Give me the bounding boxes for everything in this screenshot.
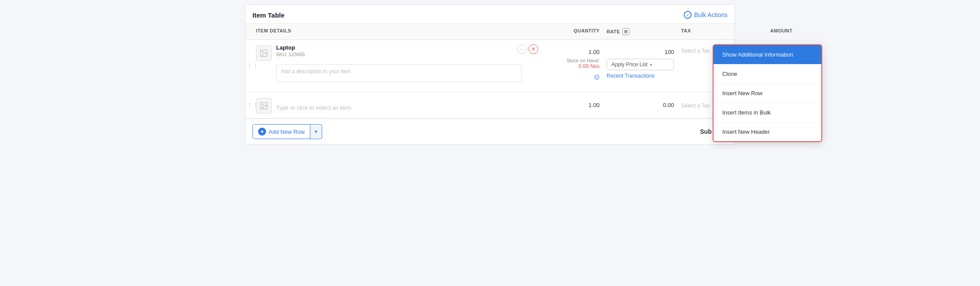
row-drag-handle[interactable]: ⋮⋮	[246, 62, 259, 69]
apply-price-list-button[interactable]: Apply Price List ▾	[607, 59, 674, 70]
quantity-value-2: 1.00	[589, 102, 600, 108]
recent-transactions-link[interactable]: Recent Transactions	[607, 73, 674, 79]
item-name[interactable]: Laptop	[276, 44, 513, 51]
bulk-actions-label: Bulk Actions	[694, 11, 728, 18]
col-actions	[796, 24, 818, 39]
col-tax: TAX	[678, 24, 730, 39]
item-table-container: Item Table ✓ Bulk Actions ITEM DETAILS Q…	[245, 4, 735, 145]
col-item-details: ITEM DETAILS	[252, 24, 542, 39]
col-quantity: QUANTITY	[542, 24, 603, 39]
rate-info-icon[interactable]: ⊞	[622, 28, 629, 35]
quantity-value[interactable]: 1.00	[589, 43, 600, 55]
col-rate: RATE ⊞	[603, 24, 678, 39]
col-amount: AMOUNT	[730, 24, 796, 39]
item-details-cell: Laptop SKU: 123455 ··· ✕ Add a descripti…	[252, 40, 542, 86]
expand-icon[interactable]: ⊙	[594, 73, 600, 81]
table-row: ⋮⋮ Type or click to select an item. 1.00…	[245, 92, 735, 118]
stock-value: 0.00 Nos	[579, 63, 600, 69]
context-menu-insert-new-row[interactable]: Insert New Row	[714, 84, 821, 103]
stock-label: Stock on Hand:	[567, 58, 600, 63]
row-drag-handle[interactable]: ⋮⋮	[246, 102, 259, 109]
context-menu-show-additional-info[interactable]: Show Additional Information	[714, 45, 821, 64]
add-new-row-button[interactable]: + Add New Row ▾	[252, 124, 322, 139]
item-placeholder-text[interactable]: Type or click to select an item.	[276, 99, 352, 111]
row-menu-area: ··· ✕ Show Additional Information Clone …	[796, 40, 818, 54]
rate-cell-2[interactable]: 0.00	[603, 97, 678, 114]
rate-value[interactable]: 100	[607, 43, 674, 55]
rate-value-2: 0.00	[663, 102, 674, 108]
plus-icon: +	[258, 128, 266, 136]
apply-price-list-label: Apply Price List	[611, 61, 648, 68]
context-menu-clone[interactable]: Clone	[714, 64, 821, 84]
add-new-row-chevron[interactable]: ▾	[310, 125, 322, 138]
add-new-row-main[interactable]: + Add New Row	[253, 125, 310, 139]
table-footer: + Add New Row ▾ Sub Total	[245, 118, 735, 144]
context-menu: Show Additional Information Clone Insert…	[713, 44, 822, 142]
bulk-actions-button[interactable]: ✓ Bulk Actions	[684, 11, 728, 19]
qty-cell-2[interactable]: 1.00	[542, 97, 603, 114]
context-menu-insert-new-header[interactable]: Insert New Header	[714, 122, 821, 141]
item-image	[256, 45, 272, 61]
item-sku: SKU: 123455	[276, 52, 513, 57]
column-headers: ITEM DETAILS QUANTITY RATE ⊞ TAX AMOUNT	[245, 24, 735, 40]
table-row: ⋮⋮ Laptop SKU: 123455 ··· ✕	[245, 40, 735, 92]
svg-point-3	[262, 104, 263, 105]
item-action-buttons: ··· ✕	[517, 44, 538, 54]
add-new-row-label: Add New Row	[269, 129, 305, 135]
item-info: Laptop SKU: 123455	[276, 44, 513, 57]
table-title: Item Table	[252, 11, 284, 19]
rate-cell: 100 Apply Price List ▾ Recent Transactio…	[603, 40, 678, 82]
svg-point-1	[262, 51, 263, 53]
quantity-cell: 1.00 Stock on Hand: 0.00 Nos ⊙	[542, 40, 603, 85]
item-description-input[interactable]: Add a description to your item	[276, 64, 522, 82]
bulk-actions-check-icon: ✓	[684, 11, 692, 19]
apply-price-chevron-icon: ▾	[650, 62, 652, 67]
rate-label: RATE	[607, 29, 620, 34]
description-placeholder: Add a description to your item	[281, 68, 351, 75]
tax-placeholder-2: Select a Tax	[681, 103, 710, 109]
context-menu-insert-items-bulk[interactable]: Insert Items in Bulk	[714, 103, 821, 122]
item-remove-button[interactable]: ✕	[529, 44, 538, 54]
item-more-button[interactable]: ···	[517, 44, 527, 54]
tax-placeholder: Select a Tax	[681, 48, 710, 54]
table-header: Item Table ✓ Bulk Actions	[245, 5, 735, 24]
item-details-cell-2: Type or click to select an item.	[252, 93, 542, 118]
